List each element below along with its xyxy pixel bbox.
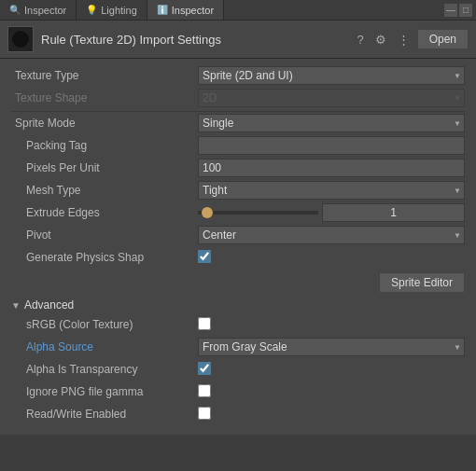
open-button[interactable]: Open bbox=[417, 29, 469, 49]
read-write-row: Read/Write Enabled bbox=[11, 405, 465, 423]
alpha-transparency-checkbox[interactable] bbox=[198, 362, 211, 375]
tab-inspector2[interactable]: ℹ️ Inspector bbox=[147, 0, 224, 20]
sprite-mode-row: Sprite Mode Single bbox=[11, 114, 465, 132]
pivot-row: Pivot Center bbox=[11, 226, 465, 244]
inspector1-icon: 🔍 bbox=[9, 5, 21, 15]
mesh-type-select-wrapper: Tight bbox=[198, 181, 465, 200]
read-write-label: Read/Write Enabled bbox=[11, 408, 198, 421]
help-button[interactable]: ? bbox=[353, 31, 367, 48]
alpha-source-row: Alpha Source From Gray Scale bbox=[11, 338, 465, 356]
alpha-transparency-value bbox=[198, 362, 465, 378]
settings-button[interactable]: ⚙ bbox=[371, 31, 390, 48]
sprite-mode-select-wrapper: Single bbox=[198, 114, 465, 132]
extrude-edges-value bbox=[198, 203, 465, 222]
tab-bar: 🔍 Inspector 💡 Lighting ℹ️ Inspector — □ bbox=[0, 0, 476, 21]
inspector2-icon: ℹ️ bbox=[157, 5, 168, 15]
menu-button[interactable]: ⋮ bbox=[394, 31, 413, 48]
generate-physics-checkbox[interactable] bbox=[198, 250, 211, 263]
sprite-mode-select[interactable]: Single bbox=[198, 114, 465, 132]
pivot-select-wrapper: Center bbox=[198, 226, 465, 244]
thumbnail-image bbox=[12, 31, 29, 48]
header-left: Rule (Texture 2D) Import Settings bbox=[7, 26, 221, 52]
sprite-editor-button[interactable]: Sprite Editor bbox=[379, 272, 465, 293]
srgb-label: sRGB (Color Texture) bbox=[11, 318, 198, 331]
content: Texture Type Sprite (2D and UI) Texture … bbox=[0, 59, 476, 435]
mesh-type-row: Mesh Type Tight bbox=[11, 181, 465, 200]
tab-inspector2-label: Inspector bbox=[172, 5, 214, 16]
ignore-png-checkbox[interactable] bbox=[198, 384, 211, 397]
texture-shape-label: Texture Shape bbox=[11, 91, 198, 104]
pixels-per-unit-value bbox=[198, 159, 465, 177]
extrude-edges-label: Extrude Edges bbox=[11, 206, 198, 219]
ignore-png-label: Ignore PNG file gamma bbox=[11, 385, 198, 398]
srgb-checkbox[interactable] bbox=[198, 317, 211, 330]
advanced-section-header[interactable]: ▼ Advanced bbox=[11, 298, 465, 312]
divider1 bbox=[11, 111, 465, 112]
alpha-source-label[interactable]: Alpha Source bbox=[11, 340, 198, 353]
tab-inspector1-label: Inspector bbox=[24, 5, 66, 16]
srgb-value bbox=[198, 317, 465, 333]
pivot-label: Pivot bbox=[11, 229, 198, 242]
lighting-icon: 💡 bbox=[86, 5, 97, 15]
packing-tag-value bbox=[198, 136, 465, 155]
alpha-source-select-wrapper: From Gray Scale bbox=[198, 338, 465, 356]
pixels-per-unit-row: Pixels Per Unit bbox=[11, 159, 465, 177]
header: Rule (Texture 2D) Import Settings ? ⚙ ⋮ … bbox=[0, 21, 476, 59]
window-controls: — □ bbox=[444, 4, 476, 17]
packing-tag-input[interactable] bbox=[198, 136, 465, 155]
ignore-png-row: Ignore PNG file gamma bbox=[11, 382, 465, 401]
srgb-row: sRGB (Color Texture) bbox=[11, 315, 465, 334]
window-maximize-btn[interactable]: □ bbox=[459, 4, 472, 17]
extrude-edges-slider[interactable] bbox=[198, 211, 318, 215]
sprite-mode-label: Sprite Mode bbox=[11, 117, 198, 130]
generate-physics-label: Generate Physics Shap bbox=[11, 251, 198, 264]
texture-type-select[interactable]: Sprite (2D and UI) bbox=[198, 66, 465, 85]
tab-inspector1[interactable]: 🔍 Inspector bbox=[0, 0, 77, 20]
advanced-arrow-icon: ▼ bbox=[11, 300, 21, 311]
tab-lighting-label: Lighting bbox=[101, 5, 137, 16]
texture-shape-select[interactable]: 2D bbox=[198, 89, 465, 107]
tab-lighting[interactable]: 💡 Lighting bbox=[77, 0, 147, 20]
pixels-per-unit-label: Pixels Per Unit bbox=[11, 161, 198, 174]
alpha-source-select[interactable]: From Gray Scale bbox=[198, 338, 465, 356]
texture-type-row: Texture Type Sprite (2D and UI) bbox=[11, 66, 465, 85]
extrude-edges-input[interactable] bbox=[322, 203, 465, 222]
texture-type-select-wrapper: Sprite (2D and UI) bbox=[198, 66, 465, 85]
extrude-edges-row: Extrude Edges bbox=[11, 203, 465, 222]
read-write-checkbox[interactable] bbox=[198, 407, 211, 420]
texture-type-label: Texture Type bbox=[11, 69, 198, 82]
header-right: ? ⚙ ⋮ Open bbox=[353, 29, 469, 49]
packing-tag-row: Packing Tag bbox=[11, 136, 465, 155]
advanced-label: Advanced bbox=[24, 298, 74, 312]
alpha-transparency-row: Alpha Is Transparency bbox=[11, 360, 465, 379]
generate-physics-row: Generate Physics Shap bbox=[11, 248, 465, 267]
pixels-per-unit-input[interactable] bbox=[198, 159, 465, 177]
window-minimize-btn[interactable]: — bbox=[444, 4, 457, 17]
pivot-select[interactable]: Center bbox=[198, 226, 465, 244]
mesh-type-label: Mesh Type bbox=[11, 184, 198, 197]
texture-shape-select-wrapper: 2D bbox=[198, 89, 465, 107]
texture-shape-row: Texture Shape 2D bbox=[11, 89, 465, 107]
read-write-value bbox=[198, 407, 465, 423]
header-title: Rule (Texture 2D) Import Settings bbox=[41, 33, 221, 47]
mesh-type-select[interactable]: Tight bbox=[198, 181, 465, 200]
ignore-png-value bbox=[198, 384, 465, 400]
generate-physics-value bbox=[198, 250, 465, 266]
thumbnail bbox=[7, 26, 34, 52]
alpha-transparency-label: Alpha Is Transparency bbox=[11, 363, 198, 376]
packing-tag-label: Packing Tag bbox=[11, 139, 198, 152]
sprite-editor-row: Sprite Editor bbox=[11, 272, 465, 293]
